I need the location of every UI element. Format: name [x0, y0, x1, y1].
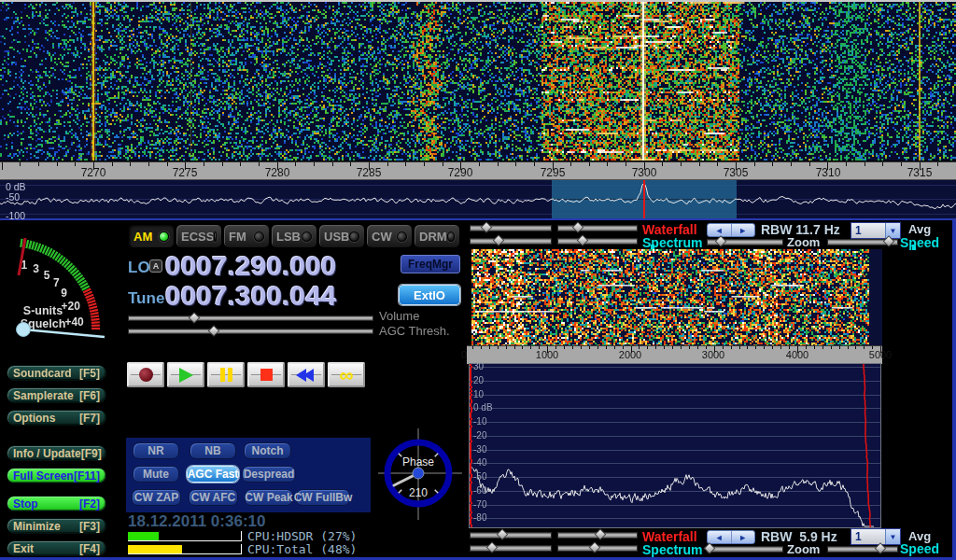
avg-label: Avg	[908, 222, 931, 236]
main-spectrum[interactable]	[0, 180, 956, 220]
tune-frequency-display[interactable]: 0007.300.044	[165, 280, 337, 312]
freqmgr-button[interactable]: FreqMgr	[401, 255, 460, 273]
slider-thumb[interactable]	[486, 541, 499, 553]
spectrum-label-2: Spectrum	[642, 542, 703, 557]
dsp-button-cw-zap[interactable]: CW ZAP	[132, 489, 181, 506]
volume-slider[interactable]	[128, 315, 373, 321]
pause-button[interactable]	[207, 362, 245, 387]
audio-spectrum[interactable]	[470, 364, 880, 527]
mode-button-ecss[interactable]: ECSS	[176, 224, 222, 248]
db-tick-label: -70	[473, 499, 486, 510]
dsp-button-cw-afc[interactable]: CW AFC	[189, 489, 238, 506]
info-update-button[interactable]: Info / Update[F9]	[7, 445, 106, 461]
dsp-button-mute[interactable]: Mute	[133, 466, 179, 483]
slider-thumb[interactable]	[481, 221, 493, 233]
audio-frequency-scale[interactable]	[467, 345, 882, 364]
dsp-button-nb[interactable]: NB	[190, 442, 236, 459]
mode-label: LSB	[276, 230, 301, 244]
record-button[interactable]	[127, 362, 164, 387]
mode-button-lsb[interactable]: LSB	[271, 224, 317, 248]
waterfall-contrast-slider[interactable]	[557, 225, 638, 231]
slider-thumb[interactable]	[496, 528, 508, 540]
mode-button-drm[interactable]: DRM	[414, 224, 460, 248]
play-button[interactable]	[167, 362, 204, 387]
samplerate-button[interactable]: Samplerate[F6]	[7, 387, 106, 403]
mode-led-icon	[302, 231, 312, 242]
button-name: Stop	[13, 497, 38, 511]
play-icon	[179, 368, 193, 383]
audio-freq-tick-label: 2000	[619, 349, 641, 360]
slider-thumb[interactable]	[704, 542, 716, 554]
agc-threshold-slider[interactable]	[128, 329, 373, 334]
waterfall-brightness-slider[interactable]	[470, 225, 552, 231]
avg-select-2[interactable]: 1 ▼	[851, 528, 901, 545]
mode-label: FM	[229, 230, 246, 244]
arrow-left-icon[interactable]: ◄	[708, 531, 732, 543]
cpu-hdsdr-text: CPU:HDSDR (27%)	[247, 529, 357, 543]
squelch-slider-knob[interactable]	[17, 323, 31, 337]
arrow-left-icon[interactable]: ◄	[708, 224, 732, 236]
slider-thumb[interactable]	[715, 235, 727, 247]
speed-slider-2[interactable]	[827, 546, 898, 553]
dsp-button-notch[interactable]: Notch	[244, 442, 291, 459]
rewind-button[interactable]	[288, 362, 325, 387]
dsp-button-nr[interactable]: NR	[133, 442, 179, 459]
lo-frequency-display[interactable]: 0007.290.000	[165, 250, 337, 282]
extio-button[interactable]: ExtIO	[399, 285, 460, 305]
stop-button[interactable]: Stop[F2]	[7, 496, 106, 511]
loop-button[interactable]: ∞	[328, 362, 365, 387]
freq-tick-label: 7275	[173, 166, 198, 179]
slider-thumb[interactable]	[572, 221, 584, 233]
slider-thumb[interactable]	[594, 528, 606, 540]
zoom-slider[interactable]	[707, 239, 783, 245]
dsp-button-agc-fast[interactable]: AGC Fast	[187, 466, 239, 483]
phase-dial: Phase 210	[378, 428, 462, 520]
minimize-button[interactable]: Minimize[F3]	[7, 518, 106, 534]
freq-tick-label: 7285	[357, 166, 382, 179]
rbw-arrows-button-2[interactable]: ◄ ►	[707, 530, 755, 544]
mode-button-cw[interactable]: CW	[366, 224, 413, 248]
audio-waterfall[interactable]	[471, 249, 882, 345]
soundcard-button[interactable]: Soundcard[F5]	[7, 365, 106, 381]
tune-marker[interactable]	[643, 180, 645, 218]
mode-button-am[interactable]: AM	[128, 224, 175, 248]
mode-led-icon	[447, 231, 455, 242]
spectrum-contrast-slider[interactable]	[557, 238, 638, 245]
slider-thumb[interactable]	[493, 234, 505, 246]
slider-thumb[interactable]	[589, 541, 601, 553]
rbw-arrows-button[interactable]: ◄ ►	[707, 223, 755, 237]
avg-select[interactable]: 1 ▼	[851, 222, 901, 239]
zoom-label-2: Zoom	[787, 542, 820, 556]
slider-thumb[interactable]	[189, 312, 201, 324]
window-right-border	[952, 220, 956, 560]
main-frequency-scale[interactable]	[0, 161, 956, 180]
spectrum-brightness-slider[interactable]	[470, 238, 552, 245]
dropdown-arrow-icon[interactable]: ▼	[885, 529, 900, 544]
waterfall-contrast-slider-2[interactable]	[557, 532, 638, 539]
mode-button-usb[interactable]: USB	[318, 224, 365, 248]
volume-label: Volume	[379, 309, 419, 323]
lo-auto-badge[interactable]: A	[149, 259, 162, 273]
stop-icon	[260, 369, 273, 381]
dsp-button-cw-fullbw[interactable]: CW FullBw	[296, 489, 350, 506]
slider-thumb[interactable]	[208, 325, 220, 337]
full-screen-button[interactable]: Full Screen[F11]	[7, 468, 106, 483]
arrow-right-icon[interactable]: ►	[732, 224, 755, 236]
button-name: Info / Update	[13, 447, 81, 460]
speed-slider[interactable]	[827, 239, 898, 245]
spectrum-contrast-slider-2[interactable]	[557, 545, 638, 552]
mode-button-fm[interactable]: FM	[223, 224, 270, 248]
stop-button[interactable]	[247, 362, 285, 387]
arrow-right-icon[interactable]: ►	[732, 531, 755, 543]
spectrum-brightness-slider-2[interactable]	[470, 545, 552, 552]
exit-button[interactable]: Exit[F4]	[7, 540, 106, 556]
slider-thumb[interactable]	[577, 234, 589, 246]
cpu-total-bar	[128, 544, 242, 554]
options-button[interactable]: Options[F7]	[7, 410, 106, 426]
dsp-button-cw-peak[interactable]: CW Peak	[245, 489, 293, 506]
dsp-button-despread[interactable]: Despread	[242, 466, 296, 483]
mode-label: ECSS	[181, 230, 214, 244]
main-waterfall[interactable]	[0, 0, 956, 161]
zoom-slider-2[interactable]	[707, 546, 783, 553]
waterfall-brightness-slider-2[interactable]	[470, 532, 552, 539]
